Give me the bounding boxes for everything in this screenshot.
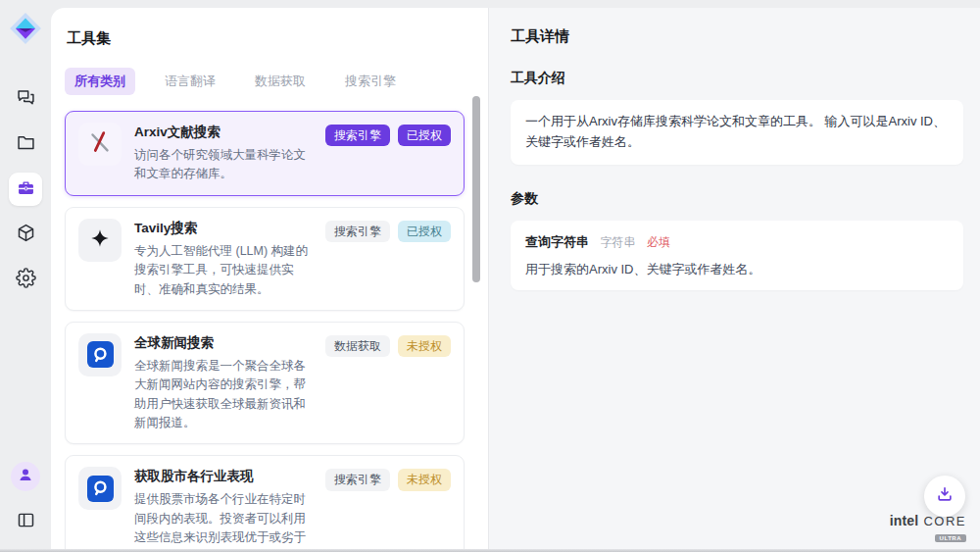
param-desc: 用于搜索的Arxiv ID、关键字或作者姓名。 [525,261,949,278]
intro-box: 一个用于从Arxiv存储库搜索科学论文和文章的工具。 输入可以是Arxiv ID… [511,100,963,165]
auth-status-badge: 已授权 [398,125,451,146]
tavily-star-icon [89,227,111,253]
download-button[interactable] [924,476,965,517]
main-surface: 工具集 所有类别 语言翻译 数据获取 搜索引擎 Arxiv文献搜索 访问各个研 [51,8,980,552]
param-name: 查询字符串 [525,234,589,249]
category-tab[interactable]: 数据获取 [245,68,316,95]
params-heading: 参数 [511,190,963,208]
tool-title: 获取股市各行业表现 [134,468,313,485]
download-icon [935,484,955,508]
nav-settings[interactable] [9,263,42,296]
tool-desc: 提供股票市场各个行业在特定时间段内的表现。投资者可以利用这些信息来识别表现优于或… [134,490,313,552]
intel-core-logo: intel CORE ULTRA [890,514,966,543]
folder-icon [16,132,36,157]
arxiv-icon [85,127,115,161]
category-badge: 搜索引擎 [325,469,390,490]
tool-icon-box [78,333,122,376]
tool-title: 全球新闻搜索 [134,334,313,352]
category-tab[interactable]: 所有类别 [65,68,135,95]
tool-badges: 搜索引擎 已授权 [325,123,451,184]
panels-icon [16,510,36,534]
nav-panel-toggle[interactable] [9,505,42,538]
tool-card-body: 获取股市各行业表现 提供股票市场各个行业在特定时间段内的表现。投资者可以利用这些… [134,467,313,552]
toolbox-icon [16,177,36,202]
tool-card[interactable]: Tavily搜索 专为人工智能代理 (LLM) 构建的搜索引擎工具，可快速提供实… [65,207,465,311]
list-scrollbar-thumb[interactable] [472,96,480,282]
tool-card-body: 全球新闻搜索 全球新闻搜索是一个聚合全球各大新闻网站内容的搜索引擎，帮助用户快速… [134,333,313,433]
tool-title: Arxiv文献搜索 [134,124,313,141]
auth-status-badge: 已授权 [398,221,451,242]
tool-card-list: Arxiv文献搜索 访问各个研究领域大量科学论文和文章的存储库。 搜索引擎 已授… [65,111,465,552]
param-box: 查询字符串 字符串 必填 用于搜索的Arxiv ID、关键字或作者姓名。 [511,221,963,290]
news-api-q-icon [87,476,114,502]
tool-card-body: Tavily搜索 专为人工智能代理 (LLM) 构建的搜索引擎工具，可快速提供实… [134,219,313,299]
tool-title: Tavily搜索 [134,220,313,237]
category-badge: 数据获取 [325,335,390,357]
category-tab[interactable]: 语言翻译 [155,68,225,95]
nav-chat[interactable] [9,82,42,116]
user-icon [17,466,34,487]
page-title: 工具集 [67,29,488,48]
tab-label: 所有类别 [74,74,125,88]
app-logo-icon [9,12,42,45]
nav-models[interactable] [9,218,42,251]
auth-status-badge: 未授权 [398,469,451,490]
category-tab[interactable]: 搜索引擎 [335,68,406,95]
ultra-badge: ULTRA [935,534,966,542]
tab-label: 搜索引擎 [345,74,396,88]
nav-toolbox[interactable] [9,173,42,206]
tool-card-body: Arxiv文献搜索 访问各个研究领域大量科学论文和文章的存储库。 [134,123,313,184]
app-rail [0,0,51,552]
tool-badges: 数据获取 未授权 [325,333,451,433]
nav-files[interactable] [9,127,42,161]
intro-heading: 工具介绍 [511,70,963,87]
tool-card[interactable]: 获取股市各行业表现 提供股票市场各个行业在特定时间段内的表现。投资者可以利用这些… [65,455,465,552]
chat-icon [16,87,36,112]
intel-wordmark: intel [890,514,919,527]
tool-badges: 搜索引擎 未授权 [325,467,451,552]
tool-desc: 全球新闻搜索是一个聚合全球各大新闻网站内容的搜索引擎，帮助用户快速获取全球最新资… [134,357,313,433]
tool-list-panel: 工具集 所有类别 语言翻译 数据获取 搜索引擎 Arxiv文献搜索 访问各个研 [51,8,488,552]
category-tabs: 所有类别 语言翻译 数据获取 搜索引擎 [65,68,488,95]
category-badge: 搜索引擎 [325,125,390,146]
category-badge: 搜索引擎 [325,221,390,242]
tool-card[interactable]: 全球新闻搜索 全球新闻搜索是一个聚合全球各大新闻网站内容的搜索引擎，帮助用户快速… [65,322,465,445]
core-wordmark: CORE [923,515,966,527]
tool-icon-box [78,123,122,166]
intro-text: 一个用于从Arxiv存储库搜索科学论文和文章的工具。 输入可以是Arxiv ID… [525,112,949,153]
gear-icon [16,268,36,292]
tool-desc: 专为人工智能代理 (LLM) 构建的搜索引擎工具，可快速提供实时、准确和真实的结… [134,242,313,299]
param-type: 字符串 [600,235,635,249]
tool-badges: 搜索引擎 已授权 [325,219,451,299]
user-avatar[interactable] [11,462,40,491]
param-required-badge: 必填 [647,235,670,249]
tool-detail-panel: 工具详情 工具介绍 一个用于从Arxiv存储库搜索科学论文和文章的工具。 输入可… [488,8,980,552]
tool-icon-box [78,219,122,262]
tab-label: 语言翻译 [165,74,216,88]
tab-label: 数据获取 [255,74,306,88]
auth-status-badge: 未授权 [398,335,451,357]
detail-title: 工具详情 [511,27,963,46]
news-api-q-icon [87,341,114,368]
tool-card[interactable]: Arxiv文献搜索 访问各个研究领域大量科学论文和文章的存储库。 搜索引擎 已授… [65,111,465,196]
cube-icon [16,223,36,247]
tool-icon-box [78,467,122,510]
tool-desc: 访问各个研究领域大量科学论文和文章的存储库。 [134,146,313,184]
